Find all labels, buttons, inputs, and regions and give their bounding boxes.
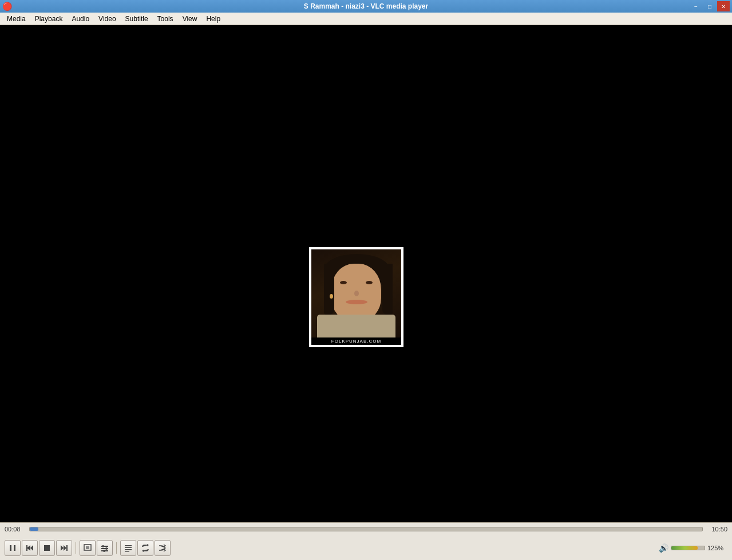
menu-item-help[interactable]: Help <box>201 14 225 24</box>
shuffle-button[interactable] <box>155 540 171 556</box>
svg-rect-1 <box>14 545 15 551</box>
title-bar-controls: − □ ✕ <box>690 1 730 11</box>
next-button[interactable] <box>56 540 72 556</box>
volume-icon: 🔊 <box>659 543 668 553</box>
svg-rect-18 <box>125 547 132 549</box>
svg-rect-8 <box>66 545 68 551</box>
fullscreen-icon <box>84 544 92 552</box>
svg-marker-3 <box>30 545 33 551</box>
separator-1 <box>76 542 76 554</box>
menu-item-video[interactable]: Video <box>94 14 120 24</box>
svg-rect-0 <box>10 545 11 551</box>
title-bar: 🔴 S Rammah - niazi3 - VLC media player −… <box>0 0 732 13</box>
shuffle-icon <box>159 544 167 552</box>
playlist-button[interactable] <box>120 540 136 556</box>
svg-rect-20 <box>125 551 129 552</box>
menu-bar: Media Playback Audio Video Subtitle Tool… <box>0 13 732 25</box>
svg-point-16 <box>103 550 105 552</box>
separator-2 <box>116 542 117 554</box>
svg-marker-22 <box>142 550 144 552</box>
loop-button[interactable] <box>137 540 153 556</box>
progress-row: 00:08 10:50 <box>0 523 732 535</box>
menu-item-tools[interactable]: Tools <box>153 14 178 24</box>
progress-bar-fill <box>30 527 38 531</box>
buttons-row: 🔊 125% <box>0 535 732 560</box>
pause-icon <box>9 544 17 552</box>
svg-point-15 <box>105 547 108 550</box>
svg-marker-6 <box>61 545 64 551</box>
svg-rect-5 <box>44 545 50 551</box>
menu-item-subtitle[interactable]: Subtitle <box>121 14 153 24</box>
menu-item-view[interactable]: View <box>178 14 202 24</box>
total-time: 10:50 <box>707 526 727 533</box>
album-art-label: FOLKPUNJAB.COM <box>311 337 401 345</box>
stop-button[interactable] <box>39 540 55 556</box>
extended-settings-button[interactable] <box>97 540 113 556</box>
svg-marker-7 <box>64 545 66 551</box>
minimize-button[interactable]: − <box>690 1 702 11</box>
menu-item-playback[interactable]: Playback <box>30 14 68 24</box>
volume-area: 🔊 125% <box>659 543 727 553</box>
maximize-button[interactable]: □ <box>703 1 716 11</box>
current-time: 00:08 <box>5 526 25 533</box>
album-art-image <box>311 249 401 337</box>
prev-icon <box>26 544 34 552</box>
title-bar-left: 🔴 <box>2 2 12 11</box>
svg-point-14 <box>102 545 104 547</box>
controls-area: 00:08 10:50 <box>0 522 732 560</box>
extended-icon <box>101 544 109 552</box>
svg-rect-10 <box>86 546 89 549</box>
app-icon: 🔴 <box>2 2 12 11</box>
volume-bar-fill <box>671 546 698 550</box>
menu-item-media[interactable]: Media <box>2 14 30 24</box>
next-icon <box>60 544 68 552</box>
close-button[interactable]: ✕ <box>717 1 730 11</box>
previous-button[interactable] <box>22 540 38 556</box>
progress-bar[interactable] <box>29 527 703 531</box>
fullscreen-button[interactable] <box>80 540 96 556</box>
album-art: FOLKPUNJAB.COM <box>309 247 403 347</box>
svg-rect-19 <box>125 549 132 550</box>
playlist-icon <box>124 544 132 552</box>
svg-rect-17 <box>125 545 132 546</box>
volume-percent: 125% <box>707 545 727 551</box>
video-area[interactable]: FOLKPUNJAB.COM <box>0 25 732 522</box>
volume-bar[interactable] <box>671 546 705 550</box>
stop-icon <box>43 544 51 552</box>
loop-icon <box>141 544 149 552</box>
menu-item-audio[interactable]: Audio <box>67 14 94 24</box>
svg-marker-21 <box>147 544 149 546</box>
play-pause-button[interactable] <box>5 540 21 556</box>
window-title: S Rammah - niazi3 - VLC media player <box>304 2 428 10</box>
svg-rect-4 <box>26 545 27 551</box>
